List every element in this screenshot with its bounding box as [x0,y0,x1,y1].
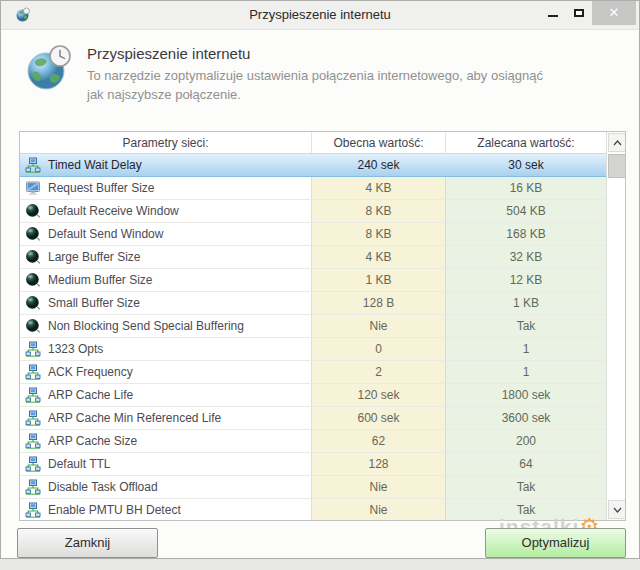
table-row[interactable]: 1323 Opts 0 1 [20,338,606,361]
current-value-cell: 4 KB [312,246,446,268]
recommended-value-cell: 64 [446,453,606,475]
parameter-name-cell: Non Blocking Send Special Buffering [20,315,312,337]
parameter-name-cell: Small Buffer Size [20,292,312,314]
current-value-cell: 1 KB [312,269,446,291]
parameter-name-cell: Enable PMTU BH Detect [20,499,312,521]
parameter-name-cell: ARP Cache Size [20,430,312,452]
current-value-cell: 62 [312,430,446,452]
recommended-value-cell: 168 KB [446,223,606,245]
parameter-name-cell: ARP Cache Life [20,384,312,406]
recommended-value-cell: 504 KB [446,200,606,222]
recommended-value-cell: 32 KB [446,246,606,268]
parameters-table: Parametry sieci: Obecna wartość: Zalecan… [19,131,626,521]
scrollbar-thumb[interactable] [608,154,626,178]
parameter-name-cell: Timed Wait Delay [20,154,312,176]
recommended-value-cell: 16 KB [446,177,606,199]
globe-icon [25,272,41,288]
parameter-name-cell: Default Receive Window [20,200,312,222]
table-row[interactable]: ARP Cache Min Referenced Life 600 sek 36… [20,407,606,430]
header-text: Przyspieszenie internetu To narzędzie zo… [87,41,557,105]
parameter-name: Default Send Window [48,227,163,241]
vertical-scrollbar[interactable] [606,132,626,520]
page-header: Przyspieszenie internetu To narzędzie zo… [23,41,619,105]
recommended-value-cell: 12 KB [446,269,606,291]
column-header-parameters[interactable]: Parametry sieci: [20,132,312,153]
parameter-name-cell: Medium Buffer Size [20,269,312,291]
network-icon [25,479,41,495]
parameter-name-cell: Request Buffer Size [20,177,312,199]
close-dialog-button[interactable]: Zamknij [17,528,158,558]
table-row[interactable]: ARP Cache Size 62 200 [20,430,606,453]
current-value-cell: Nie [312,476,446,498]
globe-icon [25,226,41,242]
parameter-name: Disable Task Offload [48,480,158,494]
column-header-recommended-value[interactable]: Zalecana wartość: [446,132,606,153]
monitor-icon [25,180,41,196]
close-button[interactable]: ✕ [592,1,636,25]
parameter-name: ACK Frequency [48,365,133,379]
parameter-name: Timed Wait Delay [48,158,142,172]
current-value-cell: 8 KB [312,200,446,222]
table-row[interactable]: Request Buffer Size 4 KB 16 KB [20,177,606,200]
optimize-button[interactable]: Optymalizuj [485,528,626,558]
network-icon [25,157,41,173]
current-value-cell: 128 B [312,292,446,314]
table-row[interactable]: ARP Cache Life 120 sek 1800 sek [20,384,606,407]
table-row[interactable]: Large Buffer Size 4 KB 32 KB [20,246,606,269]
parameter-name: Medium Buffer Size [48,273,153,287]
table-row[interactable]: ACK Frequency 2 1 [20,361,606,384]
table-row[interactable]: Default Send Window 8 KB 168 KB [20,223,606,246]
globe-icon [25,249,41,265]
parameter-name: Default Receive Window [48,204,179,218]
parameter-name: ARP Cache Size [48,434,137,448]
minimize-button[interactable] [540,1,566,25]
current-value-cell: 2 [312,361,446,383]
table-row[interactable]: Small Buffer Size 128 B 1 KB [20,292,606,315]
parameter-name-cell: Disable Task Offload [20,476,312,498]
scroll-down-button[interactable] [608,500,626,519]
scroll-up-button[interactable] [608,133,626,152]
parameter-name: 1323 Opts [48,342,103,356]
recommended-value-cell: 30 sek [446,154,606,176]
chevron-up-icon [613,140,622,146]
globe-icon [25,318,41,334]
network-icon [25,410,41,426]
table-header: Parametry sieci: Obecna wartość: Zalecan… [20,132,606,154]
parameter-name: Enable PMTU BH Detect [48,503,181,517]
table-row[interactable]: Non Blocking Send Special Buffering Nie … [20,315,606,338]
parameter-name-cell: Default TTL [20,453,312,475]
current-value-cell: Nie [312,499,446,521]
table-main: Parametry sieci: Obecna wartość: Zalecan… [20,132,606,520]
recommended-value-cell: Tak [446,315,606,337]
table-row[interactable]: Disable Task Offload Nie Tak [20,476,606,499]
network-icon [25,456,41,472]
app-window: Przyspieszenie internetu ✕ Przyspieszeni… [0,0,640,559]
page-description: To narzędzie zoptymalizuje ustawienia po… [87,67,557,105]
current-value-cell: 240 sek [312,154,446,176]
column-header-current-value[interactable]: Obecna wartość: [312,132,446,153]
recommended-value-cell: 200 [446,430,606,452]
table-row[interactable]: Default Receive Window 8 KB 504 KB [20,200,606,223]
parameter-name: Request Buffer Size [48,181,155,195]
chevron-down-icon [613,507,622,513]
maximize-icon [574,9,584,17]
network-icon [25,341,41,357]
scrollbar-track[interactable] [607,153,626,499]
parameter-name: Large Buffer Size [48,250,141,264]
parameter-name-cell: Large Buffer Size [20,246,312,268]
recommended-value-cell: 1 [446,361,606,383]
network-icon [25,387,41,403]
current-value-cell: 8 KB [312,223,446,245]
recommended-value-cell: 3600 sek [446,407,606,429]
parameter-name-cell: ARP Cache Min Referenced Life [20,407,312,429]
maximize-button[interactable] [566,1,592,25]
table-row[interactable]: Medium Buffer Size 1 KB 12 KB [20,269,606,292]
parameter-name: ARP Cache Min Referenced Life [48,411,221,425]
window-controls: ✕ [540,1,636,29]
parameter-name: Non Blocking Send Special Buffering [48,319,244,333]
current-value-cell: 4 KB [312,177,446,199]
table-row[interactable]: Default TTL 128 64 [20,453,606,476]
globe-icon [25,203,41,219]
network-icon [25,502,41,518]
table-row[interactable]: Timed Wait Delay 240 sek 30 sek [20,154,606,177]
